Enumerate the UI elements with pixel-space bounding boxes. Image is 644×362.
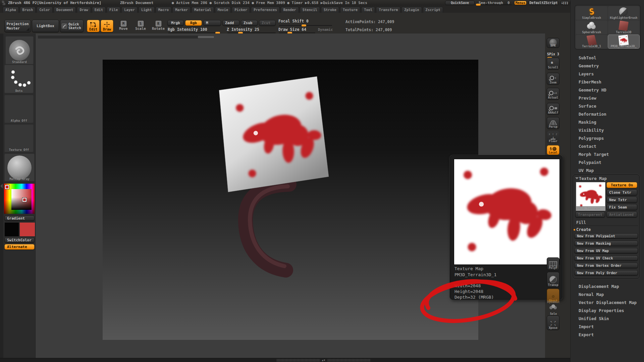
tool-thumb-terrain3d-1[interactable]: Terrain3D_1 — [576, 35, 607, 48]
fix-seam-button[interactable]: Fix Seam — [606, 204, 637, 210]
palette-section[interactable]: Unified Skin — [579, 314, 637, 322]
palette-section[interactable]: FiberMesh — [579, 78, 609, 86]
m-button[interactable]: M — [203, 20, 221, 26]
menu-item[interactable]: Picker — [232, 7, 250, 13]
menu-item[interactable]: Document — [54, 7, 76, 13]
tray-resize-grip[interactable]: ▲▼ — [277, 359, 371, 362]
menu-item[interactable]: Texture — [340, 7, 360, 13]
menu-item[interactable]: Brush — [20, 7, 36, 13]
rgb-button[interactable]: Rgb — [185, 20, 202, 26]
menu-item[interactable]: Draw — [77, 7, 91, 13]
draw-size-track[interactable] — [279, 33, 315, 33]
menu-item[interactable]: Edit — [92, 7, 106, 13]
menu-item[interactable]: Macro — [156, 7, 172, 13]
zadd-button[interactable]: Zadd — [222, 20, 239, 26]
canvas[interactable] — [103, 60, 478, 340]
menu-item[interactable]: Zplugin — [401, 7, 422, 13]
menu-item[interactable]: Layer — [121, 7, 138, 13]
alternate-button[interactable]: Alternate — [4, 244, 35, 250]
gradient-button[interactable]: Gradient — [4, 216, 35, 221]
create-texture-button[interactable]: New From Vertex Order — [574, 263, 638, 268]
texture-map-thumbnail[interactable]: PM3D_Terrain — [576, 182, 605, 211]
palette-section[interactable]: Masking — [579, 118, 609, 126]
menus-button[interactable]: Menus — [514, 1, 527, 5]
xpose-button[interactable]: ↖ ↗↙ ↘ Xpose — [547, 315, 559, 330]
polyf-button[interactable]: PolyF — [547, 257, 559, 270]
persp-button[interactable]: Persp — [547, 117, 559, 129]
zsub-button[interactable]: Zsub — [241, 20, 258, 26]
palette-section[interactable]: Visibility — [579, 126, 609, 134]
current-brush-thumbnail[interactable]: Standard — [5, 36, 34, 64]
palette-section[interactable]: Displacement Map — [579, 282, 637, 290]
palette-section[interactable]: UV Map — [579, 166, 609, 174]
palette-section[interactable]: Contact — [579, 142, 609, 150]
tool-thumb-spherebrush[interactable]: SphereBrush — [576, 20, 607, 34]
menu-item[interactable]: File — [107, 7, 120, 13]
palette-section[interactable]: Export — [579, 330, 637, 339]
palette-section[interactable]: Display Properties — [579, 306, 637, 314]
dynamic-mode-toggle[interactable]: Dynamic — [318, 27, 333, 32]
clone-txtr-button[interactable]: Clone Txtr — [606, 189, 637, 195]
menu-item[interactable]: Light — [139, 7, 155, 13]
mrgb-button[interactable]: Mrgb — [167, 20, 184, 26]
secondary-color-swatch[interactable] — [19, 222, 35, 237]
palette-section[interactable]: Layers — [579, 70, 609, 78]
tool-thumb-pm3d-terrain3d[interactable]: PM3D_Terrain3D_ — [608, 35, 640, 48]
menu-item[interactable]: Stroke — [321, 7, 339, 13]
menu-item[interactable]: Marker — [172, 7, 191, 13]
document-hscrollbar[interactable] — [38, 36, 214, 39]
focal-shift-slider[interactable]: Focal Shift 0 — [278, 19, 309, 23]
draw-size-slider[interactable]: Draw Size 64 — [278, 27, 306, 32]
palette-section[interactable]: Morph Target — [579, 150, 609, 158]
create-texture-button[interactable]: New From Poly Order — [574, 270, 638, 276]
z-intensity-slider[interactable]: Z Intensity 25 — [227, 27, 259, 32]
palette-section[interactable]: Vector Displacement Map — [579, 298, 637, 306]
current-material-thumbnail[interactable]: MatCap Gray — [4, 154, 35, 181]
transparent-button[interactable]: Transparent — [575, 212, 605, 218]
palette-section[interactable]: Deformation — [579, 110, 609, 118]
create-texture-button[interactable]: New From Polypaint — [574, 233, 638, 239]
rgb-intensity-slider[interactable]: Rgb Intensity 100 — [168, 27, 207, 32]
default-zscript-button[interactable]: DefaultZScript — [529, 1, 558, 5]
zoom-button[interactable]: ↕ Zoom — [547, 73, 559, 85]
projection-master-button[interactable]: Projection Master — [4, 20, 31, 32]
palette-section[interactable]: Polypaint — [579, 158, 609, 166]
menu-item[interactable]: Transform — [376, 7, 400, 13]
spix-slider[interactable]: SPix 3 — [546, 50, 560, 58]
palette-section[interactable]: Preview — [579, 94, 609, 102]
fill-subsection[interactable]: Fill — [576, 220, 586, 225]
bpr-button[interactable]: BPR — [547, 38, 559, 48]
aahalf-button[interactable]: AAHalf — [547, 103, 559, 115]
menu-item[interactable]: Stencil — [300, 7, 320, 13]
texture-on-button[interactable]: Texture On — [606, 182, 637, 188]
quicksave-button[interactable]: QuickSave — [445, 1, 475, 5]
tool-thumb-terrain3d[interactable]: Terrain3D — [608, 20, 640, 34]
edit-button[interactable]: Edit — [87, 20, 100, 32]
create-texture-button[interactable]: New From Masking — [574, 241, 638, 246]
sv-square[interactable] — [11, 189, 32, 210]
color-picker[interactable] — [4, 184, 35, 214]
antialiased-button[interactable]: Antialiased — [606, 212, 637, 218]
tool-thumb-simplebrush[interactable]: S SimpleBrush — [576, 6, 607, 20]
menu-item[interactable]: Color — [37, 7, 53, 13]
tool-thumb-highlighterbrush[interactable]: HighlighterBrush — [608, 6, 640, 20]
focal-shift-handle[interactable] — [302, 24, 306, 26]
lightbox-button[interactable]: LightBox — [32, 20, 59, 32]
actual-button[interactable]: x1 Actual — [547, 88, 559, 100]
scale-button[interactable]: S Scale — [133, 21, 148, 32]
quick-sketch-button[interactable]: Quick Sketch — [60, 20, 84, 32]
palette-section[interactable]: Geometry HD — [579, 86, 609, 94]
palette-section[interactable]: Surface — [579, 102, 609, 110]
hscrollbar-handle[interactable] — [198, 36, 214, 38]
palette-section[interactable]: Import — [579, 322, 637, 330]
menu-item[interactable]: Tool — [361, 7, 375, 13]
solo-button[interactable]: Solo — [548, 304, 559, 316]
palette-section[interactable]: Normal Map — [579, 290, 637, 298]
draw-button[interactable]: Draw — [101, 20, 113, 32]
current-texture-thumbnail[interactable]: Texture Off — [4, 124, 34, 152]
focal-shift-track[interactable] — [279, 25, 332, 26]
floor-button[interactable]: X Y Z ↓ Floor — [547, 131, 559, 143]
scroll-button[interactable]: ↔↕ Scroll — [547, 58, 559, 70]
rgb-intensity-track[interactable] — [168, 33, 221, 33]
menu-item[interactable]: Material — [192, 7, 214, 13]
